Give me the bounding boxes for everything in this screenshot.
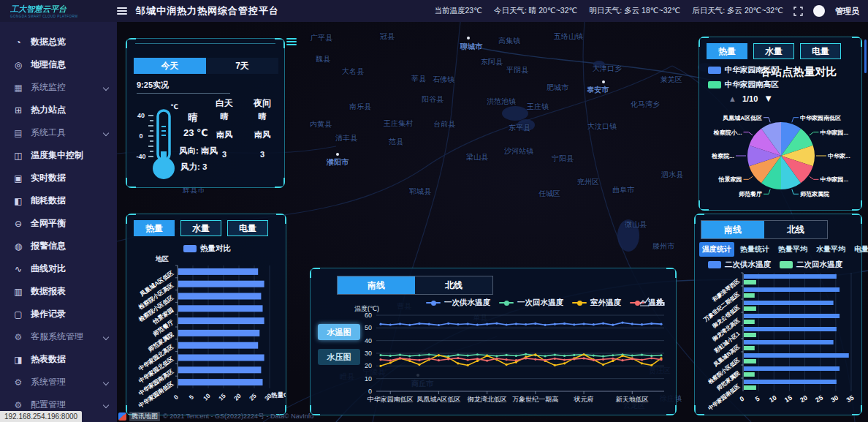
map-label: 冠县 — [380, 31, 395, 42]
sidebar-item-label: 能耗数据 — [31, 195, 66, 207]
sidebar-item-8[interactable]: ⊖全网平衡 — [0, 212, 117, 235]
sidebar-item-7[interactable]: ◧能耗数据 — [0, 189, 117, 212]
map-copyright: © 2021 Tencent - GS(2022)2224号 - Data© N… — [163, 412, 313, 421]
weather-tabs: 今天7天 — [134, 58, 278, 74]
gauge-icon: ◔ — [13, 37, 23, 48]
tencent-map-logo-icon — [118, 412, 126, 421]
thermometer-icon: 40 0 -40 ℃ — [134, 100, 179, 185]
svg-text:怡景家园: 怡景家园 — [718, 176, 742, 183]
sidebar-item-12[interactable]: ▢操作记录 — [0, 303, 117, 325]
map-label: 王庄镇 — [527, 102, 549, 112]
sidebar-item-1[interactable]: ◎地理信息 — [0, 53, 117, 76]
trend-tab-0[interactable]: 南线 — [338, 276, 415, 294]
svg-text:师范家属院: 师范家属院 — [799, 190, 830, 197]
stat-subtab-1[interactable]: 热量统计 — [737, 242, 772, 257]
weather-tab-1[interactable]: 7天 — [206, 58, 278, 74]
fullscreen-icon[interactable] — [793, 7, 803, 16]
compass-icon: ◎ — [13, 60, 23, 70]
map-label: 阳谷县 — [422, 94, 443, 105]
avatar[interactable] — [813, 5, 825, 17]
sidebar-collapse-icon[interactable] — [117, 7, 127, 15]
sidebar-item-label: 曲线对比 — [31, 263, 66, 275]
map-label: 广平县 — [311, 33, 332, 43]
weather-tab-0[interactable]: 今天 — [134, 58, 206, 74]
sidebar-item-15[interactable]: ⚙系统管理 — [0, 371, 117, 393]
line-stats-panel: 南线北线 温度统计热量统计热量平均水量平均电量平均 二次供水温度二次回水温度 0… — [694, 214, 862, 415]
weather-night-cond: 晴 — [246, 111, 278, 122]
map-zoom-scrollbar[interactable] — [864, 39, 867, 73]
legend-item[interactable]: 二次回水温度 — [780, 260, 842, 270]
sidebar-item-9[interactable]: ◍报警信息 — [0, 235, 117, 257]
weather-panel: 今天7天 9:25实况 白天 夜间 40 0 -40 ℃ — [126, 38, 285, 188]
legend-item[interactable]: 热量对比 — [183, 244, 231, 254]
svg-text:地区: 地区 — [155, 255, 169, 263]
stat-subtab-4[interactable]: 电量平均 — [851, 242, 868, 257]
map-label: 泗水县 — [661, 170, 683, 180]
balance-icon: ⊖ — [13, 219, 23, 229]
map-label: 曲阜市 — [612, 185, 634, 195]
svg-text:中华家园...: 中华家园... — [820, 176, 848, 183]
heat-tab-1[interactable]: 水量 — [180, 220, 221, 236]
stat-subtab-2[interactable]: 热量平均 — [775, 242, 810, 257]
sidebar-item-14[interactable]: ◨热表数据 — [0, 348, 117, 371]
sidebar-item-4[interactable]: ▤系统工具 — [0, 121, 117, 144]
legend-item[interactable]: 二次供水温度 — [708, 260, 771, 270]
heat-compare-legend: 热量对比 — [183, 244, 231, 254]
station-pie-panel: 热量水量电量 各站点热量对比 中华家园南低区中华家园南高区 ▲ 1/10 ▼ 中… — [698, 37, 862, 211]
map-label: 洪范池镇 — [487, 97, 516, 107]
svg-text:中华家园南低区: 中华家园南低区 — [368, 396, 414, 403]
sidebar-item-5[interactable]: ◫温度集中控制 — [0, 144, 117, 167]
pager-up-icon[interactable]: ▲ — [728, 94, 736, 103]
station-pie-chart: 中华家园南低区中华家园...中华家...中华家园...师范家属院师范餐厅怡景家园… — [701, 105, 861, 208]
heat-tab-2[interactable]: 电量 — [227, 220, 268, 236]
line-stats-tabs: 南线北线 — [701, 220, 828, 239]
panel-toggle-icon[interactable] — [286, 38, 297, 45]
sidebar-item-11[interactable]: ▥数据报表 — [0, 280, 117, 303]
thermostat-icon: ◫ — [13, 151, 23, 161]
svg-text:检察院...: 检察院... — [711, 152, 734, 159]
chevron-down-icon — [103, 334, 109, 339]
sidebar-item-0[interactable]: ◔数据总览 — [0, 31, 117, 53]
monitor-icon: ▦ — [13, 83, 23, 93]
svg-text:30: 30 — [830, 394, 840, 404]
legend-swatch — [780, 261, 793, 268]
pager-down-icon[interactable]: ▼ — [764, 93, 773, 104]
heat-tab-0[interactable]: 热量 — [134, 220, 175, 236]
pie-tab-2[interactable]: 电量 — [800, 43, 841, 59]
line-stats-bar-chart: 05101520253035和豪浪琴西区万象世纪二期低区御龙公馆低区御龙湾北高区… — [696, 271, 861, 415]
stat-subtab-0[interactable]: 温度统计 — [699, 242, 734, 257]
top-header: 工大智慧云平台 GONGDA SMART CLOUD PLATFORM 邹城中润… — [0, 0, 868, 22]
sidebar-item-13[interactable]: ⚙客服系统管理 — [0, 325, 117, 348]
heat-compare-tabs: 热量水量电量 — [134, 220, 268, 236]
map-label: 范县 — [389, 137, 403, 147]
line-tab-1[interactable]: 北线 — [764, 221, 827, 238]
stat-subtab-3[interactable]: 水量平均 — [813, 242, 848, 257]
sidebar-item-6[interactable]: ▣实时数据 — [0, 167, 117, 189]
legend-item[interactable]: 中华家园南高区 — [708, 80, 779, 90]
header-weather-item: 当前温度23℃ — [435, 6, 482, 16]
trend-line-tabs: 南线北线 — [337, 276, 493, 295]
svg-text:御龙湾北低区: 御龙湾北低区 — [468, 396, 507, 403]
svg-text:15: 15 — [217, 392, 227, 402]
pie-tab-0[interactable]: 热量 — [707, 43, 747, 59]
weather-day-cond: 晴 — [208, 111, 240, 122]
line-tab-0[interactable]: 南线 — [701, 221, 764, 238]
sidebar-item-10[interactable]: ∿曲线对比 — [0, 257, 117, 280]
sidebar-item-label: 实时数据 — [31, 172, 66, 184]
pie-tab-1[interactable]: 水量 — [753, 43, 794, 59]
weather-now-temp: 23 ℃ — [183, 127, 208, 138]
sidebar-item-label: 地理信息 — [31, 59, 66, 71]
bell-icon: ◍ — [13, 241, 23, 252]
sidebar-item-2[interactable]: ▦系统监控 — [0, 76, 117, 99]
map-label: 南乐县 — [349, 102, 371, 112]
svg-text:状元府: 状元府 — [574, 396, 594, 403]
trend-tab-1[interactable]: 北线 — [415, 276, 492, 294]
service-gear-icon: ⚙ — [13, 332, 23, 342]
page-title: 邹城中润热力热网综合管控平台 — [136, 4, 279, 18]
weather-now-cond: 晴 — [188, 111, 197, 124]
meter-icon: ◨ — [13, 355, 23, 365]
svg-text:中华家园...: 中华家园... — [820, 129, 848, 136]
map-canvas[interactable]: 广平县冠县聊城市高集镇五络山镇魏县大名县东阿县平阴县大津口乡莱芜区肥城市泰安市莘… — [117, 22, 868, 422]
map-label: 任城区 — [538, 189, 560, 199]
sidebar-item-3[interactable]: ⊞热力站点 — [0, 99, 117, 121]
